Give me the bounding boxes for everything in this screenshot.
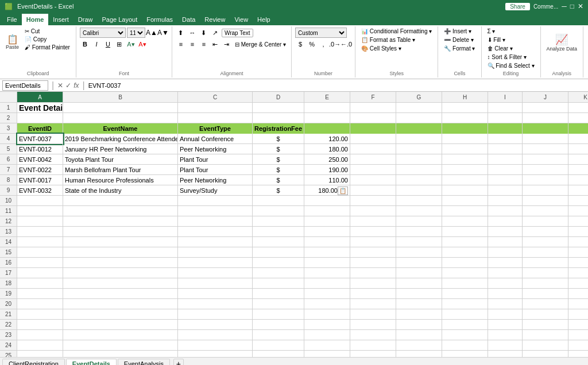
cell-21-6[interactable] (396, 309, 442, 320)
cell-3-7[interactable] (442, 123, 488, 134)
cell-23-6[interactable] (396, 330, 442, 340)
cell-25-8[interactable] (488, 351, 523, 357)
cell-14-9[interactable] (523, 237, 568, 247)
tab-view[interactable]: View (230, 14, 253, 25)
cell-20-5[interactable] (350, 299, 396, 309)
cell-10-6[interactable] (396, 196, 442, 206)
cell-5-9[interactable] (523, 144, 568, 154)
cell-21-10[interactable] (568, 309, 588, 320)
cell-7-5[interactable] (350, 165, 396, 175)
cell-18-3[interactable] (253, 278, 304, 289)
cell-24-2[interactable] (178, 340, 253, 351)
cell-14-5[interactable] (350, 237, 396, 247)
align-right-button[interactable]: ≡ (199, 39, 209, 49)
cell-14-4[interactable] (304, 237, 350, 247)
cell-6-9[interactable] (523, 154, 568, 165)
cell-3-4[interactable] (304, 123, 350, 134)
cell-7-8[interactable] (488, 165, 523, 175)
col-header-d[interactable]: D (253, 92, 304, 102)
format-as-table-button[interactable]: 📋 Format as Table ▾ (359, 36, 417, 44)
cell-3-2[interactable]: EventType (178, 123, 253, 134)
cell-4-2[interactable]: Annual Conference (178, 134, 253, 144)
cell-16-8[interactable] (488, 258, 523, 268)
cell-4-1[interactable]: 2019 Benchmarking Conference Attendee (63, 134, 178, 144)
cell-10-3[interactable] (253, 196, 304, 206)
font-color-button[interactable]: A▾ (137, 39, 148, 49)
tab-data[interactable]: Data (177, 14, 200, 25)
cell-18-8[interactable] (488, 278, 523, 289)
cell-13-0[interactable] (17, 227, 63, 237)
cell-20-0[interactable] (17, 299, 63, 309)
cell-12-9[interactable] (523, 216, 568, 227)
cell-5-5[interactable] (350, 144, 396, 154)
cell-19-7[interactable] (442, 289, 488, 299)
insert-button[interactable]: ➕ Insert ▾ (442, 28, 474, 35)
cell-3-10[interactable] (568, 123, 588, 134)
cell-21-1[interactable] (63, 309, 178, 320)
cell-10-0[interactable] (17, 196, 63, 206)
cell-14-2[interactable] (178, 237, 253, 247)
currency-button[interactable]: $ (295, 39, 305, 49)
cell-24-8[interactable] (488, 340, 523, 351)
align-bottom-button[interactable]: ⬇ (199, 28, 209, 38)
cell-16-5[interactable] (350, 258, 396, 268)
tab-page-layout[interactable]: Page Layout (97, 14, 142, 25)
cell-16-6[interactable] (396, 258, 442, 268)
cell-12-6[interactable] (396, 216, 442, 227)
cell-20-10[interactable] (568, 299, 588, 309)
tab-file[interactable]: File (2, 14, 22, 25)
cell-12-5[interactable] (350, 216, 396, 227)
cell-5-10[interactable] (568, 144, 588, 154)
analyze-data-button[interactable]: 📈 Analyze Data (544, 28, 580, 57)
cell-19-8[interactable] (488, 289, 523, 299)
cell-19-1[interactable] (63, 289, 178, 299)
cell-14-10[interactable] (568, 237, 588, 247)
cell-17-0[interactable] (17, 268, 63, 278)
cell-2-5[interactable] (350, 113, 396, 123)
cell-15-0[interactable] (17, 247, 63, 258)
border-button[interactable]: ⊞ (114, 39, 125, 49)
paste-button[interactable]: 📋 Paste (3, 28, 21, 57)
cell-12-3[interactable] (253, 216, 304, 227)
cell-1-2[interactable] (178, 103, 253, 113)
cell-22-10[interactable] (568, 320, 588, 330)
cell-13-10[interactable] (568, 227, 588, 237)
cell-24-6[interactable] (396, 340, 442, 351)
cell-2-0[interactable] (17, 113, 63, 123)
cell-13-4[interactable] (304, 227, 350, 237)
cell-6-7[interactable] (442, 154, 488, 165)
cell-2-7[interactable] (442, 113, 488, 123)
cell-13-9[interactable] (523, 227, 568, 237)
cell-18-9[interactable] (523, 278, 568, 289)
cell-23-9[interactable] (523, 330, 568, 340)
cell-19-0[interactable] (17, 289, 63, 299)
align-center-button[interactable]: ≡ (187, 39, 198, 49)
delete-button[interactable]: ➖ Delete ▾ (442, 36, 475, 44)
cell-1-4[interactable] (304, 103, 350, 113)
cell-19-4[interactable] (304, 289, 350, 299)
cell-6-4[interactable]: 250.00 (304, 154, 350, 165)
sheet-tab-event-analysis[interactable]: EventAnalysis (118, 359, 170, 365)
cell-16-0[interactable] (17, 258, 63, 268)
copy-button[interactable]: 📄 Copy (22, 36, 72, 43)
cell-16-1[interactable] (63, 258, 178, 268)
cell-14-6[interactable] (396, 237, 442, 247)
cell-1-7[interactable] (442, 103, 488, 113)
cell-20-2[interactable] (178, 299, 253, 309)
col-header-k[interactable]: K (568, 92, 588, 102)
cancel-formula-icon[interactable]: ✕ (57, 81, 63, 90)
cell-13-3[interactable] (253, 227, 304, 237)
cell-4-6[interactable] (396, 134, 442, 144)
minimize-button[interactable]: ─ (562, 2, 567, 10)
cell-22-1[interactable] (63, 320, 178, 330)
cell-19-5[interactable] (350, 289, 396, 299)
cell-8-0[interactable]: EVNT-0017 (17, 175, 63, 185)
cell-18-4[interactable] (304, 278, 350, 289)
maximize-button[interactable]: □ (570, 2, 574, 10)
cell-9-10[interactable] (568, 185, 588, 196)
cell-13-5[interactable] (350, 227, 396, 237)
cell-3-9[interactable] (523, 123, 568, 134)
cell-4-4[interactable]: 120.00 (304, 134, 350, 144)
cell-21-2[interactable] (178, 309, 253, 320)
cell-17-1[interactable] (63, 268, 178, 278)
